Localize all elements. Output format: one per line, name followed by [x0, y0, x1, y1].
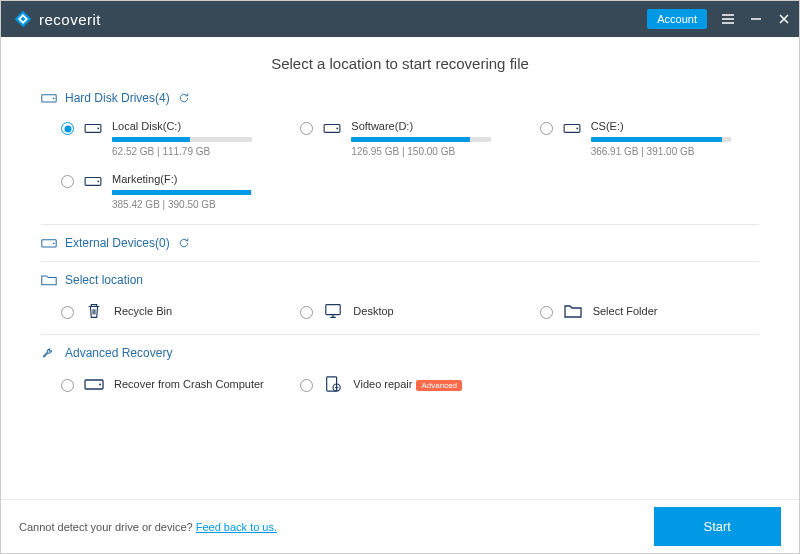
- folder-section-icon: [41, 272, 57, 288]
- svg-point-3: [97, 128, 99, 130]
- svg-point-9: [97, 181, 99, 183]
- drive-item[interactable]: Marketing(F:) 385.42 GB | 390.50 GB: [61, 169, 280, 214]
- drive-icon: [563, 121, 581, 135]
- section-title-external: External Devices(0): [65, 236, 170, 250]
- divider: [41, 261, 759, 262]
- location-label: Recycle Bin: [114, 305, 172, 317]
- drive-item[interactable]: CS(E:) 366.91 GB | 391.00 GB: [540, 116, 759, 161]
- svg-point-11: [53, 243, 55, 245]
- refresh-icon[interactable]: [178, 237, 190, 249]
- video-repair-icon: [323, 375, 343, 393]
- section-title-location: Select location: [65, 273, 143, 287]
- radio[interactable]: [540, 306, 553, 319]
- drive-item[interactable]: Local Disk(C:) 62.52 GB | 111.79 GB: [61, 116, 280, 161]
- radio[interactable]: [61, 306, 74, 319]
- drive-size: 62.52 GB | 111.79 GB: [112, 146, 280, 157]
- drive-item[interactable]: Software(D:) 126.95 GB | 150.00 GB: [300, 116, 519, 161]
- footer: Cannot detect your drive or device? Feed…: [1, 499, 799, 553]
- drive-icon: [84, 375, 104, 393]
- advanced-crash-recovery[interactable]: Recover from Crash Computer: [61, 371, 280, 397]
- external-section-icon: [41, 235, 57, 251]
- drive-section-icon: [41, 90, 57, 106]
- drive-usage-bar: [112, 190, 252, 195]
- svg-point-1: [53, 98, 55, 100]
- page-title: Select a location to start recovering fi…: [41, 55, 759, 72]
- close-icon[interactable]: [777, 12, 791, 26]
- logo-icon: [13, 9, 33, 29]
- location-label: Select Folder: [593, 305, 658, 317]
- radio[interactable]: [540, 122, 553, 135]
- divider: [41, 224, 759, 225]
- drive-name: Marketing(F:): [112, 173, 280, 185]
- advanced-badge: Advanced: [416, 380, 462, 391]
- drive-icon: [84, 121, 102, 135]
- advanced-label: Video repairAdvanced: [353, 378, 462, 390]
- radio[interactable]: [300, 306, 313, 319]
- svg-point-5: [337, 128, 339, 130]
- section-advanced: Advanced Recovery Recover from Crash Com…: [41, 345, 759, 397]
- location-label: Desktop: [353, 305, 393, 317]
- drive-usage-bar: [591, 137, 731, 142]
- location-desktop[interactable]: Desktop: [300, 298, 519, 324]
- minimize-icon[interactable]: [749, 12, 763, 26]
- refresh-icon[interactable]: [178, 92, 190, 104]
- start-button[interactable]: Start: [654, 507, 781, 546]
- section-title-advanced: Advanced Recovery: [65, 346, 172, 360]
- radio[interactable]: [61, 122, 74, 135]
- content: Select a location to start recovering fi…: [1, 37, 799, 499]
- svg-rect-12: [326, 305, 340, 315]
- menu-icon[interactable]: [721, 12, 735, 26]
- drive-icon: [84, 174, 102, 188]
- radio[interactable]: [61, 175, 74, 188]
- app-logo: recoverit: [13, 9, 101, 29]
- drive-usage-bar: [351, 137, 491, 142]
- folder-icon: [563, 302, 583, 320]
- svg-point-7: [576, 128, 578, 130]
- svg-point-14: [99, 384, 101, 386]
- recycle-bin-icon: [84, 302, 104, 320]
- drive-name: Software(D:): [351, 120, 519, 132]
- advanced-label: Recover from Crash Computer: [114, 378, 264, 390]
- app-name: recoverit: [39, 11, 101, 28]
- location-recycle-bin[interactable]: Recycle Bin: [61, 298, 280, 324]
- section-select-location: Select location Recycle Bin Desktop Sele…: [41, 272, 759, 324]
- drive-name: Local Disk(C:): [112, 120, 280, 132]
- radio[interactable]: [61, 379, 74, 392]
- drive-usage-bar: [112, 137, 252, 142]
- section-title-drives: Hard Disk Drives(4): [65, 91, 170, 105]
- section-hard-drives: Hard Disk Drives(4) Local Disk(C:) 62.52…: [41, 90, 759, 214]
- radio[interactable]: [300, 122, 313, 135]
- advanced-video-repair[interactable]: Video repairAdvanced: [300, 371, 519, 397]
- radio[interactable]: [300, 379, 313, 392]
- desktop-icon: [323, 302, 343, 320]
- drive-size: 366.91 GB | 391.00 GB: [591, 146, 759, 157]
- feedback-link[interactable]: Feed back to us.: [196, 521, 277, 533]
- account-button[interactable]: Account: [647, 9, 707, 29]
- drive-size: 385.42 GB | 390.50 GB: [112, 199, 280, 210]
- drive-size: 126.95 GB | 150.00 GB: [351, 146, 519, 157]
- titlebar: recoverit Account: [1, 1, 799, 37]
- divider: [41, 334, 759, 335]
- drive-name: CS(E:): [591, 120, 759, 132]
- footer-text: Cannot detect your drive or device? Feed…: [19, 521, 277, 533]
- section-external: External Devices(0): [41, 235, 759, 251]
- drive-icon: [323, 121, 341, 135]
- wrench-section-icon: [41, 345, 57, 361]
- location-select-folder[interactable]: Select Folder: [540, 298, 759, 324]
